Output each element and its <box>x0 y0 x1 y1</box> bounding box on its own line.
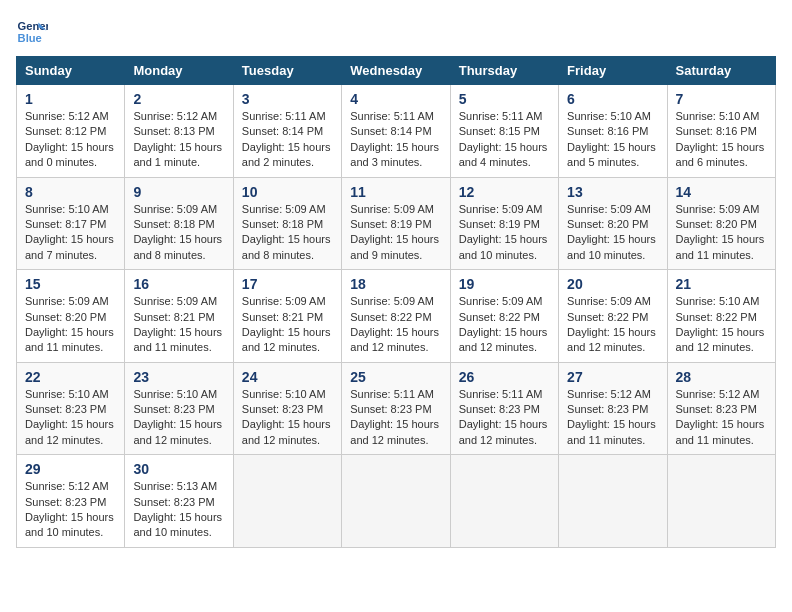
day-number: 2 <box>133 91 224 107</box>
day-number: 10 <box>242 184 333 200</box>
day-info: Sunrise: 5:10 AMSunset: 8:23 PMDaylight:… <box>25 387 116 449</box>
day-info: Sunrise: 5:10 AMSunset: 8:17 PMDaylight:… <box>25 202 116 264</box>
day-info: Sunrise: 5:09 AMSunset: 8:18 PMDaylight:… <box>133 202 224 264</box>
calendar-day-cell: 1Sunrise: 5:12 AMSunset: 8:12 PMDaylight… <box>17 85 125 178</box>
day-of-week-header: Sunday <box>17 57 125 85</box>
calendar-week-row: 15Sunrise: 5:09 AMSunset: 8:20 PMDayligh… <box>17 270 776 363</box>
calendar-day-cell: 9Sunrise: 5:09 AMSunset: 8:18 PMDaylight… <box>125 177 233 270</box>
day-number: 6 <box>567 91 658 107</box>
day-info: Sunrise: 5:10 AMSunset: 8:16 PMDaylight:… <box>567 109 658 171</box>
day-number: 21 <box>676 276 767 292</box>
day-info: Sunrise: 5:09 AMSunset: 8:22 PMDaylight:… <box>350 294 441 356</box>
day-number: 1 <box>25 91 116 107</box>
calendar-week-row: 1Sunrise: 5:12 AMSunset: 8:12 PMDaylight… <box>17 85 776 178</box>
calendar-day-cell: 6Sunrise: 5:10 AMSunset: 8:16 PMDaylight… <box>559 85 667 178</box>
day-of-week-header: Thursday <box>450 57 558 85</box>
calendar-day-cell <box>559 455 667 548</box>
calendar-day-cell: 17Sunrise: 5:09 AMSunset: 8:21 PMDayligh… <box>233 270 341 363</box>
day-number: 13 <box>567 184 658 200</box>
day-info: Sunrise: 5:09 AMSunset: 8:22 PMDaylight:… <box>459 294 550 356</box>
day-number: 23 <box>133 369 224 385</box>
calendar-day-cell: 19Sunrise: 5:09 AMSunset: 8:22 PMDayligh… <box>450 270 558 363</box>
day-info: Sunrise: 5:11 AMSunset: 8:23 PMDaylight:… <box>459 387 550 449</box>
day-number: 18 <box>350 276 441 292</box>
day-number: 26 <box>459 369 550 385</box>
calendar-day-cell: 12Sunrise: 5:09 AMSunset: 8:19 PMDayligh… <box>450 177 558 270</box>
calendar-day-cell <box>233 455 341 548</box>
day-number: 4 <box>350 91 441 107</box>
logo-icon: General Blue <box>16 16 48 48</box>
day-number: 9 <box>133 184 224 200</box>
calendar-day-cell <box>342 455 450 548</box>
day-info: Sunrise: 5:09 AMSunset: 8:21 PMDaylight:… <box>133 294 224 356</box>
day-of-week-header: Friday <box>559 57 667 85</box>
day-info: Sunrise: 5:09 AMSunset: 8:21 PMDaylight:… <box>242 294 333 356</box>
day-info: Sunrise: 5:11 AMSunset: 8:23 PMDaylight:… <box>350 387 441 449</box>
day-number: 15 <box>25 276 116 292</box>
day-number: 20 <box>567 276 658 292</box>
calendar-day-cell: 16Sunrise: 5:09 AMSunset: 8:21 PMDayligh… <box>125 270 233 363</box>
day-info: Sunrise: 5:09 AMSunset: 8:20 PMDaylight:… <box>25 294 116 356</box>
calendar-day-cell <box>667 455 775 548</box>
day-info: Sunrise: 5:09 AMSunset: 8:22 PMDaylight:… <box>567 294 658 356</box>
day-info: Sunrise: 5:12 AMSunset: 8:13 PMDaylight:… <box>133 109 224 171</box>
day-number: 12 <box>459 184 550 200</box>
day-of-week-header: Tuesday <box>233 57 341 85</box>
calendar-day-cell: 28Sunrise: 5:12 AMSunset: 8:23 PMDayligh… <box>667 362 775 455</box>
calendar-day-cell: 26Sunrise: 5:11 AMSunset: 8:23 PMDayligh… <box>450 362 558 455</box>
calendar-day-cell: 11Sunrise: 5:09 AMSunset: 8:19 PMDayligh… <box>342 177 450 270</box>
day-of-week-header: Monday <box>125 57 233 85</box>
calendar-day-cell: 7Sunrise: 5:10 AMSunset: 8:16 PMDaylight… <box>667 85 775 178</box>
day-number: 17 <box>242 276 333 292</box>
day-info: Sunrise: 5:10 AMSunset: 8:22 PMDaylight:… <box>676 294 767 356</box>
calendar-day-cell: 4Sunrise: 5:11 AMSunset: 8:14 PMDaylight… <box>342 85 450 178</box>
day-number: 16 <box>133 276 224 292</box>
svg-text:Blue: Blue <box>18 32 42 44</box>
calendar-day-cell: 29Sunrise: 5:12 AMSunset: 8:23 PMDayligh… <box>17 455 125 548</box>
day-info: Sunrise: 5:12 AMSunset: 8:12 PMDaylight:… <box>25 109 116 171</box>
calendar-day-cell: 23Sunrise: 5:10 AMSunset: 8:23 PMDayligh… <box>125 362 233 455</box>
calendar-day-cell: 21Sunrise: 5:10 AMSunset: 8:22 PMDayligh… <box>667 270 775 363</box>
day-info: Sunrise: 5:09 AMSunset: 8:19 PMDaylight:… <box>459 202 550 264</box>
calendar-week-row: 22Sunrise: 5:10 AMSunset: 8:23 PMDayligh… <box>17 362 776 455</box>
day-info: Sunrise: 5:10 AMSunset: 8:23 PMDaylight:… <box>242 387 333 449</box>
day-info: Sunrise: 5:09 AMSunset: 8:19 PMDaylight:… <box>350 202 441 264</box>
calendar-week-row: 8Sunrise: 5:10 AMSunset: 8:17 PMDaylight… <box>17 177 776 270</box>
day-number: 5 <box>459 91 550 107</box>
day-info: Sunrise: 5:10 AMSunset: 8:16 PMDaylight:… <box>676 109 767 171</box>
day-number: 30 <box>133 461 224 477</box>
day-of-week-header: Wednesday <box>342 57 450 85</box>
day-info: Sunrise: 5:10 AMSunset: 8:23 PMDaylight:… <box>133 387 224 449</box>
header: General Blue <box>16 16 776 48</box>
calendar-day-cell <box>450 455 558 548</box>
calendar-day-cell: 3Sunrise: 5:11 AMSunset: 8:14 PMDaylight… <box>233 85 341 178</box>
day-info: Sunrise: 5:11 AMSunset: 8:14 PMDaylight:… <box>350 109 441 171</box>
calendar-day-cell: 24Sunrise: 5:10 AMSunset: 8:23 PMDayligh… <box>233 362 341 455</box>
calendar-day-cell: 8Sunrise: 5:10 AMSunset: 8:17 PMDaylight… <box>17 177 125 270</box>
calendar-day-cell: 14Sunrise: 5:09 AMSunset: 8:20 PMDayligh… <box>667 177 775 270</box>
calendar-day-cell: 30Sunrise: 5:13 AMSunset: 8:23 PMDayligh… <box>125 455 233 548</box>
day-number: 19 <box>459 276 550 292</box>
calendar-day-cell: 5Sunrise: 5:11 AMSunset: 8:15 PMDaylight… <box>450 85 558 178</box>
day-number: 27 <box>567 369 658 385</box>
calendar-day-cell: 10Sunrise: 5:09 AMSunset: 8:18 PMDayligh… <box>233 177 341 270</box>
day-number: 8 <box>25 184 116 200</box>
day-number: 28 <box>676 369 767 385</box>
calendar-day-cell: 13Sunrise: 5:09 AMSunset: 8:20 PMDayligh… <box>559 177 667 270</box>
day-number: 25 <box>350 369 441 385</box>
day-info: Sunrise: 5:09 AMSunset: 8:20 PMDaylight:… <box>676 202 767 264</box>
day-info: Sunrise: 5:11 AMSunset: 8:14 PMDaylight:… <box>242 109 333 171</box>
day-info: Sunrise: 5:12 AMSunset: 8:23 PMDaylight:… <box>676 387 767 449</box>
day-info: Sunrise: 5:13 AMSunset: 8:23 PMDaylight:… <box>133 479 224 541</box>
day-number: 24 <box>242 369 333 385</box>
day-of-week-header: Saturday <box>667 57 775 85</box>
day-number: 22 <box>25 369 116 385</box>
day-info: Sunrise: 5:11 AMSunset: 8:15 PMDaylight:… <box>459 109 550 171</box>
day-number: 3 <box>242 91 333 107</box>
calendar-day-cell: 22Sunrise: 5:10 AMSunset: 8:23 PMDayligh… <box>17 362 125 455</box>
svg-text:General: General <box>18 20 48 32</box>
day-number: 14 <box>676 184 767 200</box>
calendar-day-cell: 15Sunrise: 5:09 AMSunset: 8:20 PMDayligh… <box>17 270 125 363</box>
day-info: Sunrise: 5:09 AMSunset: 8:20 PMDaylight:… <box>567 202 658 264</box>
day-number: 29 <box>25 461 116 477</box>
